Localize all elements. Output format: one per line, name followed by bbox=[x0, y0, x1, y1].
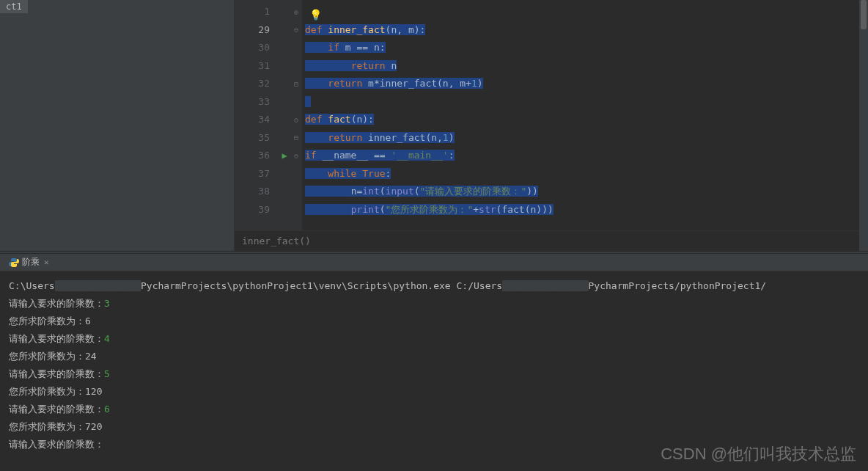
code-content[interactable]: 💡 def inner_fact(n, m): if m == n: retur… bbox=[302, 0, 868, 230]
line-number: 33 bbox=[258, 93, 270, 112]
line-number: 38 bbox=[258, 183, 270, 201]
fold-collapse-icon[interactable]: ⊖ bbox=[290, 147, 302, 165]
fold-end-icon[interactable]: ⊟ bbox=[290, 129, 302, 147]
line-number: 36 bbox=[258, 147, 270, 165]
line-number: 29 bbox=[258, 21, 270, 40]
editor-pane: 1 29 30 31 32 33 34 35 36 37 38 39 bbox=[235, 0, 868, 251]
line-number: 34 bbox=[258, 111, 270, 129]
run-panel: 阶乘 ✕ C:\UsersxxxxxxxxxxxxxxxPycharmProje… bbox=[0, 254, 868, 471]
fold-collapse-icon[interactable]: ⊖ bbox=[290, 21, 302, 40]
close-icon[interactable]: ✕ bbox=[44, 258, 49, 267]
python-icon bbox=[9, 258, 19, 268]
fold-expand-icon[interactable]: ⊕ bbox=[290, 3, 302, 21]
line-number: 30 bbox=[258, 39, 270, 57]
breadcrumb[interactable]: inner_fact() bbox=[235, 230, 868, 251]
line-number: 39 bbox=[258, 201, 270, 219]
console-output[interactable]: C:\UsersxxxxxxxxxxxxxxxPycharmProjects\p… bbox=[0, 271, 868, 471]
fold-gutter: ⊕ ⊖ ⊟ ⊖ ⊟ ⊖ bbox=[290, 0, 302, 230]
line-number: 37 bbox=[258, 165, 270, 183]
fold-end-icon[interactable]: ⊟ bbox=[290, 75, 302, 93]
editor-area: ct1 1 29 30 31 32 33 34 35 36 37 38 39 bbox=[0, 0, 868, 251]
project-sidebar[interactable]: ct1 bbox=[0, 0, 235, 251]
run-tab-label: 阶乘 bbox=[22, 256, 40, 269]
run-gutter: ▶ bbox=[279, 0, 290, 230]
run-tab[interactable]: 阶乘 ✕ bbox=[4, 255, 54, 270]
watermark: CSDN @他们叫我技术总监 bbox=[661, 443, 856, 465]
sidebar-tab[interactable]: ct1 bbox=[0, 0, 28, 13]
line-number: 1 bbox=[264, 3, 270, 21]
line-number: 31 bbox=[258, 57, 270, 76]
line-number-gutter[interactable]: 1 29 30 31 32 33 34 35 36 37 38 39 bbox=[235, 0, 279, 230]
line-number: 32 bbox=[258, 75, 270, 93]
run-line-icon[interactable]: ▶ bbox=[279, 147, 290, 165]
fold-collapse-icon[interactable]: ⊖ bbox=[290, 111, 302, 129]
code-area[interactable]: 1 29 30 31 32 33 34 35 36 37 38 39 bbox=[235, 0, 868, 230]
editor-scrollbar[interactable] bbox=[859, 0, 868, 230]
run-tab-bar: 阶乘 ✕ bbox=[0, 254, 868, 271]
line-number: 35 bbox=[258, 129, 270, 147]
